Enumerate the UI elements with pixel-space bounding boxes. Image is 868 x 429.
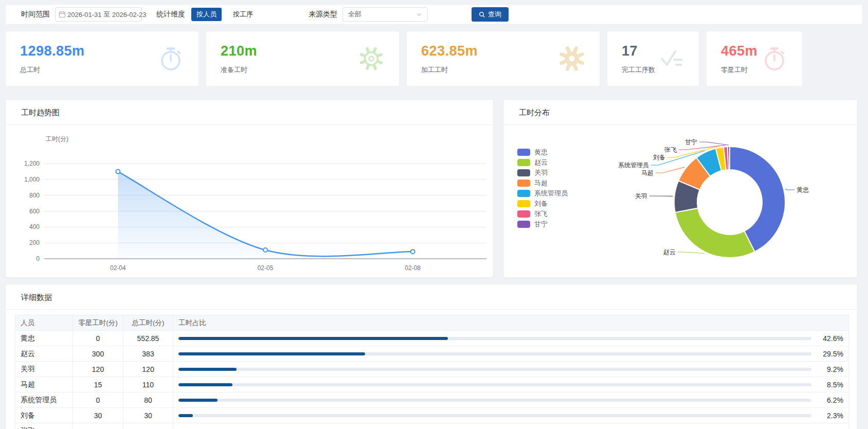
ratio-bar-fill <box>178 399 218 402</box>
svg-text:400: 400 <box>29 223 40 230</box>
ratio-cell: 29.5% <box>173 346 849 362</box>
date-range-input[interactable]: 2026-01-31 至 2026-02-23 <box>55 7 142 22</box>
svg-text:黄忠: 黄忠 <box>797 186 809 193</box>
ratio-percent: 29.5% <box>817 350 843 358</box>
table-header-3: 总工时(分) <box>123 315 173 331</box>
stat-card-label: 总工时 <box>20 65 85 75</box>
table-row-赵云: 赵云300383 29.5% <box>15 346 849 362</box>
cell: 30 <box>73 408 123 423</box>
query-button-label: 查询 <box>488 10 501 19</box>
source-type-value: 全部 <box>348 10 361 19</box>
svg-text:工时(分): 工时(分) <box>46 135 68 142</box>
table-row-系统管理员: 系统管理员080 6.2% <box>15 392 849 408</box>
svg-text:赵云: 赵云 <box>663 248 676 256</box>
svg-text:0: 0 <box>36 255 40 262</box>
svg-text:系统管理员: 系统管理员 <box>618 162 649 169</box>
stat-card-value: 210m <box>221 43 257 59</box>
svg-text:1,200: 1,200 <box>24 160 40 167</box>
dimension-option-2[interactable]: 按工序 <box>228 8 258 21</box>
ratio-percent: 42.6% <box>817 334 843 343</box>
detail-table-panel: 详细数据 人员零星工时(分)总工时(分)工时占比黄忠0552.85 42.6%赵… <box>5 284 858 429</box>
stat-card-value: 17 <box>622 43 655 59</box>
svg-text:刘备: 刘备 <box>653 154 665 161</box>
table-row-黄忠: 黄忠0552.85 42.6% <box>15 331 849 346</box>
svg-text:马超: 马超 <box>641 169 654 176</box>
ratio-percent: 9.2% <box>817 365 843 373</box>
source-type-select[interactable]: 全部 <box>342 7 428 22</box>
stopwatch-icon <box>760 44 789 73</box>
cell: 552.85 <box>123 331 173 346</box>
cell: 110 <box>123 377 173 392</box>
dimension-option-1[interactable]: 按人员 <box>191 8 222 21</box>
detail-data-table: 人员零星工时(分)总工时(分)工时占比黄忠0552.85 42.6%赵云3003… <box>15 315 849 429</box>
donut-slice-赵云 <box>675 208 755 258</box>
cell: 0 <box>73 392 123 408</box>
stat-card-value: 1298.85m <box>20 43 85 59</box>
time-range-label: 时间范围 <box>21 10 50 19</box>
calendar-icon <box>59 11 66 18</box>
ratio-bar-track <box>178 337 811 340</box>
cell: 马超 <box>15 377 73 392</box>
filter-bar: 时间范围 2026-01-31 至 2026-02-23 统计维度 按人员按工序… <box>5 4 863 25</box>
cell: 系统管理员 <box>15 392 73 408</box>
svg-text:1,000: 1,000 <box>24 176 40 183</box>
stat-card-text: 623.85m 加工工时 <box>421 43 478 75</box>
trend-panel: 工时趋势图 02004006008001,0001,200工时(分)02-040… <box>5 99 494 278</box>
stat-card-5: 465m 零星工时 <box>706 31 803 86</box>
workhours-donut-chart: 黄忠赵云关羽马超系统管理员刘备张飞甘宁 <box>503 125 858 278</box>
ratio-cell: 42.6% <box>173 331 849 346</box>
stopwatch-icon <box>156 44 185 73</box>
stat-card-value: 465m <box>721 43 757 59</box>
ratio-bar-track <box>178 368 811 371</box>
svg-text:甘宁: 甘宁 <box>685 138 697 146</box>
ratio-bar-fill <box>178 352 365 355</box>
cell: 赵云 <box>15 346 73 362</box>
cell: 15 <box>73 377 123 392</box>
cell: 张飞 <box>15 423 73 429</box>
cell: 120 <box>123 362 173 377</box>
ratio-bar-fill <box>178 414 193 417</box>
date-start-value: 2026-01-31 <box>67 11 101 19</box>
ratio-percent: 6.2% <box>817 396 843 404</box>
ratio-cell: 9.2% <box>173 362 849 377</box>
ratio-bar-track <box>178 399 811 402</box>
table-row-关羽: 关羽120120 9.2% <box>15 362 849 377</box>
ratio-bar-fill <box>178 368 237 371</box>
ratio-cell: 6.2% <box>173 392 849 408</box>
stat-cards-row: 1298.85m 总工时 210m 准备工时 623.85m 加工工时 17 完… <box>5 31 803 86</box>
ratio-bar-track <box>178 352 811 355</box>
stat-card-label: 零星工时 <box>721 65 757 75</box>
donut-slice-甘宁 <box>728 147 730 170</box>
svg-text:关羽: 关羽 <box>635 192 647 200</box>
ratio-cell: 2.3% <box>173 408 849 423</box>
cell: 30 <box>123 408 173 423</box>
cell <box>123 423 173 429</box>
svg-text:张飞: 张飞 <box>664 146 677 153</box>
table-header-4: 工时占比 <box>173 315 849 331</box>
table-row-张飞: 张飞 <box>15 423 849 429</box>
stat-card-label: 加工工时 <box>421 65 478 75</box>
ratio-bar-fill <box>178 337 448 340</box>
ratio-percent: 2.3% <box>817 412 843 420</box>
pie-panel: 工时分布 黄忠赵云关羽马超系统管理员刘备张飞甘宁 黄忠赵云关羽马超系统管理员刘备… <box>503 99 858 278</box>
svg-text:02-04: 02-04 <box>110 264 126 272</box>
table-header-row: 人员零星工时(分)总工时(分)工时占比 <box>15 315 849 331</box>
workhours-dashboard: { "filter": { "time_range_label": "时间范围"… <box>0 0 868 429</box>
stat-card-text: 17 完工工序数 <box>622 43 655 75</box>
ratio-percent: 8.5% <box>817 381 843 389</box>
search-icon <box>479 11 485 18</box>
cell <box>73 423 123 429</box>
cell: 383 <box>123 346 173 362</box>
stat-card-text: 1298.85m 总工时 <box>20 43 85 75</box>
svg-text:02-08: 02-08 <box>405 264 421 272</box>
stat-card-label: 完工工序数 <box>622 65 655 75</box>
source-type-label: 来源类型 <box>309 10 337 19</box>
date-end-value: 2026-02-23 <box>112 11 146 19</box>
table-header-1: 人员 <box>15 315 73 331</box>
ratio-cell <box>173 423 849 429</box>
cell: 80 <box>123 392 173 408</box>
stat-card-value: 623.85m <box>421 43 478 59</box>
svg-text:200: 200 <box>29 239 40 246</box>
query-button[interactable]: 查询 <box>472 7 509 22</box>
ratio-cell: 8.5% <box>173 377 849 392</box>
